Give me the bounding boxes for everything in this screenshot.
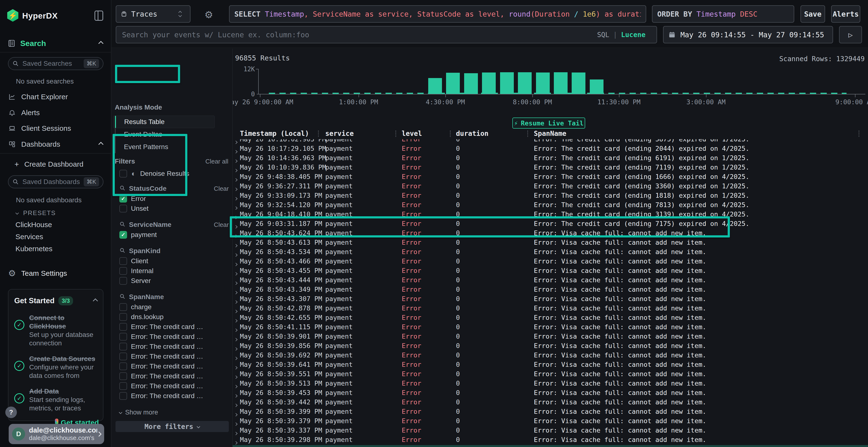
run-query-button[interactable]: ▷ <box>839 26 862 43</box>
table-row[interactable]: May 26 8:50:39.399 PMpaymentError0Error:… <box>233 407 868 416</box>
sidebar-item-alerts[interactable]: Alerts <box>0 105 112 120</box>
table-row[interactable]: May 26 8:50:43.534 PMpaymentError0Error:… <box>233 247 868 256</box>
saved-searches-input[interactable]: Saved Searches ⌘K <box>8 57 103 70</box>
filter-checkbox-item[interactable]: Error: The credit card … <box>112 351 233 361</box>
column-header[interactable]: duration <box>456 128 489 139</box>
select-clause-input[interactable]: SELECT Timestamp, ServiceName as service… <box>229 5 646 23</box>
table-row[interactable]: May 26 8:50:39.513 PMpaymentError0Error:… <box>233 379 868 388</box>
row-expand-chevron-icon[interactable] <box>235 438 237 446</box>
help-button[interactable]: ? <box>5 407 17 418</box>
presets-toggle[interactable]: PRESETS <box>0 208 112 218</box>
filter-checkbox-item[interactable]: Error: The credit card … <box>112 332 233 342</box>
filter-checkbox-item[interactable]: payment <box>112 230 233 240</box>
table-row[interactable]: May 26 8:50:39.641 PMpaymentError0Error:… <box>233 360 868 369</box>
table-row[interactable]: May 26 9:36:27.311 PMpaymentError0Error:… <box>233 181 868 191</box>
alerts-button[interactable]: Alerts <box>831 5 860 23</box>
sidebar-item-search[interactable]: Search <box>0 36 112 50</box>
histogram-bar[interactable] <box>554 72 567 94</box>
table-row[interactable]: May 26 10:14:36.963 PMpaymentError0Error… <box>233 153 868 163</box>
table-row[interactable]: May 26 9:33:09.173 PMpaymentError0Error:… <box>233 191 868 200</box>
search-input[interactable]: Search your events w/ Lucene ex. column:… <box>116 26 657 43</box>
column-header[interactable]: SpanName <box>534 128 566 139</box>
filter-checkbox-item[interactable]: Client <box>112 256 233 266</box>
sidebar-item-team-settings[interactable]: ⚙ Team Settings <box>0 266 112 281</box>
filter-clear-link[interactable]: Clear <box>214 185 229 193</box>
table-row[interactable]: May 26 8:50:42.655 PMpaymentError0Error:… <box>233 313 868 322</box>
get-started-item[interactable]: ✓Create Data SourcesConfigure where your… <box>14 354 97 380</box>
table-row[interactable]: May 26 8:50:39.379 PMpaymentError0Error:… <box>233 416 868 425</box>
sidebar-preset-item[interactable]: ClickHouse <box>16 219 107 231</box>
filter-checkbox-item[interactable]: Error: The credit card … <box>112 371 233 381</box>
sidebar-preset-item[interactable]: Kubernetes <box>16 243 107 255</box>
checkbox-unchecked[interactable] <box>119 267 127 275</box>
checkbox-unchecked[interactable] <box>119 363 127 370</box>
filter-checkbox-item[interactable]: Error: The credit card … <box>112 361 233 371</box>
table-row[interactable]: May 26 9:48:38.405 PMpaymentError0Error:… <box>233 172 868 181</box>
table-row[interactable]: May 26 8:50:43.349 PMpaymentError0Error:… <box>233 285 868 294</box>
filter-checkbox-item[interactable]: Internal <box>112 266 233 276</box>
table-row[interactable]: May 26 8:50:39.901 PMpaymentError0Error:… <box>233 332 868 341</box>
order-by-input[interactable]: ORDER BY Timestamp DESC <box>652 5 794 23</box>
source-select[interactable]: Traces <box>116 5 190 23</box>
user-account-chip[interactable]: D dale@clickhouse.com dale@clickhouse.co… <box>9 424 104 444</box>
histogram-bar[interactable] <box>536 72 550 94</box>
get-started-item[interactable]: ✓Connect to ClickHouseSet up your databa… <box>14 314 97 347</box>
table-row[interactable]: May 26 8:50:39.298 PMpaymentError0Error:… <box>233 435 868 444</box>
checkbox-unchecked[interactable] <box>119 372 127 380</box>
filter-checkbox-item[interactable]: Error: The credit card … <box>112 391 233 401</box>
chevron-up-icon[interactable] <box>98 142 103 147</box>
column-header[interactable]: service <box>325 128 354 139</box>
histogram-bar[interactable] <box>446 73 460 94</box>
sidebar-item-chart-explorer[interactable]: Chart Explorer <box>0 90 112 104</box>
checkbox-unchecked[interactable] <box>119 353 127 360</box>
table-row[interactable]: May 26 8:50:39.856 PMpaymentError0Error:… <box>233 341 868 350</box>
column-header[interactable]: level <box>402 128 422 139</box>
chevron-up-icon[interactable] <box>98 41 103 46</box>
sidebar-item-client-sessions[interactable]: Client Sessions <box>0 121 112 136</box>
table-row[interactable]: May 26 8:50:43.444 PMpaymentError0Error:… <box>233 275 868 285</box>
more-filters-button[interactable]: More filters <box>116 421 229 432</box>
save-button[interactable]: Save <box>801 5 825 23</box>
table-row[interactable]: May 26 10:17:29.105 PMpaymentError0Error… <box>233 144 868 153</box>
checkbox-unchecked[interactable] <box>119 277 127 285</box>
sql-mode-toggle[interactable]: SQL <box>597 31 609 39</box>
show-more-link[interactable]: Show more <box>119 407 233 418</box>
date-range-picker[interactable]: May 26 09:14:55 - May 27 09:14:55 <box>663 26 833 43</box>
checkbox-unchecked[interactable] <box>119 303 127 311</box>
table-row[interactable]: May 26 8:50:39.692 PMpaymentError0Error:… <box>233 350 868 360</box>
histogram-bar[interactable] <box>464 73 478 94</box>
resume-live-tail-button[interactable]: ⚡ Resume Live Tail <box>513 117 585 129</box>
table-row[interactable]: May 26 10:10:39.836 PMpaymentError0Error… <box>233 163 868 172</box>
checkbox-unchecked[interactable] <box>119 205 127 212</box>
histogram-bar[interactable] <box>428 78 442 94</box>
checkbox-unchecked[interactable] <box>119 392 127 400</box>
filter-checkbox-item[interactable]: charge <box>112 302 233 312</box>
checkbox-unchecked[interactable] <box>119 313 127 321</box>
create-dashboard-button[interactable]: + Create Dashboard <box>0 158 112 171</box>
checkbox-unchecked[interactable] <box>119 382 127 390</box>
table-row[interactable]: May 26 9:32:54.120 PMpaymentError0Error:… <box>233 200 868 209</box>
clear-all-link[interactable]: Clear all <box>206 158 228 165</box>
checkbox-checked[interactable] <box>119 231 127 239</box>
histogram-bar[interactable] <box>572 72 585 94</box>
filter-checkbox-item[interactable]: Unset <box>112 204 233 213</box>
histogram-bar[interactable] <box>518 72 532 94</box>
filter-checkbox-item[interactable]: Error: The credit card … <box>112 381 233 391</box>
table-row[interactable]: May 26 8:50:39.337 PMpaymentError0Error:… <box>233 425 868 435</box>
saved-dashboards-input[interactable]: Saved Dashboards ⌘K <box>8 175 103 188</box>
lucene-mode-toggle[interactable]: Lucene <box>621 31 646 39</box>
chevron-up-icon[interactable] <box>93 298 98 303</box>
filter-checkbox-item[interactable]: Error: The credit card … <box>112 342 233 351</box>
checkbox-unchecked[interactable] <box>119 333 127 341</box>
checkbox-unchecked[interactable] <box>119 323 127 331</box>
table-row[interactable]: May 26 8:50:43.466 PMpaymentError0Error:… <box>233 256 868 266</box>
table-row[interactable]: May 26 8:50:42.878 PMpaymentError0Error:… <box>233 304 868 313</box>
query-settings-gear-icon[interactable]: ⚙ <box>205 9 213 20</box>
table-row[interactable]: May 26 8:50:43.455 PMpaymentError0Error:… <box>233 266 868 275</box>
results-histogram[interactable]: 12K 0 May 26 9:00:00 AM1:00:00 PM4:30:00… <box>233 49 868 106</box>
histogram-bar[interactable] <box>500 72 514 94</box>
sidebar-item-dashboards[interactable]: Dashboards <box>0 137 112 151</box>
analysis-mode-option[interactable]: Results Table <box>113 115 215 128</box>
table-row[interactable]: May 26 8:50:43.613 PMpaymentError0Error:… <box>233 238 868 247</box>
filter-checkbox-item[interactable]: Error: The credit card … <box>112 322 233 332</box>
